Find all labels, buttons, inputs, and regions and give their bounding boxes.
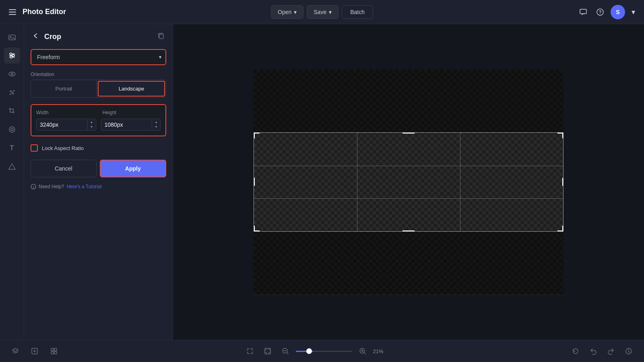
save-button[interactable]: Save ▾ bbox=[307, 5, 339, 19]
bottom-right-tools bbox=[568, 345, 636, 358]
svg-text:i: i bbox=[33, 185, 34, 189]
back-button[interactable] bbox=[31, 31, 41, 43]
portrait-button[interactable]: Portrait bbox=[31, 80, 97, 97]
crop-fit-button[interactable] bbox=[260, 345, 275, 358]
sidebar-effects-button[interactable] bbox=[4, 121, 20, 138]
help-row: i Need Help? Here's a Tutorial bbox=[31, 184, 166, 189]
bottom-toolbar: 21% bbox=[0, 340, 644, 362]
open-label: Open bbox=[278, 9, 291, 15]
batch-button[interactable]: Batch bbox=[342, 5, 373, 19]
copy-icon-button[interactable] bbox=[156, 31, 166, 43]
adjustments-icon bbox=[8, 51, 16, 60]
crop-panel: Crop Freeform 1:1 4:3 16:9 3:2 Orientati… bbox=[24, 24, 173, 340]
topbar-center: Open ▾ Save ▾ Batch bbox=[271, 5, 373, 19]
zoom-out-icon bbox=[281, 347, 289, 355]
svg-rect-19 bbox=[159, 34, 163, 39]
width-input[interactable] bbox=[37, 119, 87, 130]
hamburger-icon bbox=[9, 9, 16, 15]
svg-rect-72 bbox=[51, 348, 54, 351]
height-decrement-button[interactable]: ▼ bbox=[152, 125, 160, 130]
chat-icon-button[interactable] bbox=[577, 6, 590, 19]
lock-aspect-row: Lock Aspect Ratio bbox=[31, 143, 166, 153]
zoom-in-button[interactable] bbox=[355, 345, 370, 358]
magic-icon bbox=[8, 88, 16, 97]
zoom-slider[interactable] bbox=[296, 351, 352, 352]
landscape-button[interactable]: Landscape bbox=[98, 81, 165, 97]
icon-sidebar: T bbox=[0, 24, 24, 340]
width-increment-button[interactable]: ▲ bbox=[88, 120, 96, 125]
dropdown-icon-button[interactable]: ▾ bbox=[629, 5, 638, 19]
svg-point-9 bbox=[12, 55, 14, 57]
width-height-box: Width Height ▲ ▼ ▲ ▼ bbox=[31, 104, 166, 136]
gallery-icon bbox=[8, 33, 16, 41]
crop-header-left: Crop bbox=[31, 31, 61, 43]
sidebar-gallery-button[interactable] bbox=[4, 29, 20, 45]
width-decrement-button[interactable]: ▼ bbox=[88, 125, 96, 130]
svg-marker-18 bbox=[9, 164, 15, 169]
action-buttons: Cancel Apply bbox=[31, 160, 166, 177]
svg-rect-73 bbox=[54, 348, 57, 351]
avatar-button[interactable]: S bbox=[611, 5, 625, 19]
sidebar-more-button[interactable] bbox=[4, 158, 20, 175]
sidebar-crop-button[interactable] bbox=[4, 103, 20, 119]
batch-label: Batch bbox=[350, 9, 365, 15]
apply-button[interactable]: Apply bbox=[100, 160, 167, 177]
width-spinners: ▲ ▼ bbox=[87, 120, 96, 130]
orientation-section: Orientation Portrait Landscape bbox=[31, 72, 166, 98]
reset-button[interactable] bbox=[568, 345, 583, 358]
lock-aspect-checkbox[interactable] bbox=[31, 144, 38, 152]
sidebar-text-button[interactable]: T bbox=[4, 140, 20, 156]
edit-tool-button[interactable] bbox=[27, 345, 42, 358]
undo-button[interactable] bbox=[586, 345, 601, 358]
sidebar-adjustments-button[interactable] bbox=[4, 47, 20, 64]
menu-button[interactable] bbox=[6, 7, 19, 17]
height-increment-button[interactable]: ▲ bbox=[152, 120, 160, 125]
svg-point-17 bbox=[11, 128, 13, 131]
landscape-label: Landscape bbox=[119, 86, 144, 92]
height-label: Height bbox=[103, 110, 161, 115]
save-chevron-icon: ▾ bbox=[329, 9, 332, 15]
topbar: Photo Editor Open ▾ Save ▾ Batch ? S bbox=[0, 0, 644, 24]
fullscreen-icon bbox=[246, 347, 254, 355]
wh-labels: Width Height bbox=[36, 110, 161, 115]
effects-icon bbox=[8, 125, 16, 134]
topbar-left: Photo Editor bbox=[6, 7, 266, 17]
grid-tool-button[interactable] bbox=[47, 345, 61, 358]
image-container bbox=[254, 70, 564, 295]
help-icon-button[interactable]: ? bbox=[594, 6, 607, 19]
edit-icon bbox=[31, 347, 39, 355]
svg-rect-76 bbox=[265, 348, 270, 354]
history-button[interactable] bbox=[621, 345, 636, 358]
topbar-right: ? S ▾ bbox=[378, 5, 638, 19]
lock-aspect-label: Lock Aspect Ratio bbox=[42, 145, 84, 151]
apply-label: Apply bbox=[125, 165, 141, 172]
zoom-percent-label: 21% bbox=[373, 348, 387, 354]
orientation-divider bbox=[97, 80, 97, 97]
svg-point-16 bbox=[9, 127, 15, 132]
zoom-out-button[interactable] bbox=[278, 345, 293, 358]
tutorial-link[interactable]: Here's a Tutorial bbox=[66, 184, 101, 189]
preset-select[interactable]: Freeform 1:1 4:3 16:9 3:2 bbox=[31, 49, 166, 65]
layers-tool-button[interactable] bbox=[8, 345, 23, 358]
open-button[interactable]: Open ▾ bbox=[271, 5, 303, 19]
svg-point-14 bbox=[10, 94, 10, 95]
svg-point-8 bbox=[10, 53, 12, 55]
sidebar-eye-button[interactable] bbox=[4, 66, 20, 82]
redo-button[interactable] bbox=[604, 345, 618, 358]
zoom-slider-container bbox=[296, 351, 352, 352]
height-input-group: ▲ ▼ bbox=[101, 119, 161, 131]
svg-rect-74 bbox=[51, 352, 54, 354]
preset-select-wrapper[interactable]: Freeform 1:1 4:3 16:9 3:2 bbox=[31, 49, 166, 65]
save-label: Save bbox=[314, 9, 326, 15]
svg-point-10 bbox=[10, 56, 12, 58]
height-spinners: ▲ ▼ bbox=[152, 120, 160, 130]
height-input[interactable] bbox=[101, 119, 152, 130]
dropdown-chevron-icon: ▾ bbox=[632, 8, 635, 16]
width-input-group: ▲ ▼ bbox=[36, 119, 96, 131]
cancel-button[interactable]: Cancel bbox=[31, 160, 97, 177]
app-title: Photo Editor bbox=[23, 8, 66, 16]
sidebar-magic-button[interactable] bbox=[4, 84, 20, 101]
undo-icon bbox=[589, 347, 597, 355]
fullscreen-button[interactable] bbox=[243, 345, 257, 358]
eye-icon bbox=[8, 70, 16, 78]
